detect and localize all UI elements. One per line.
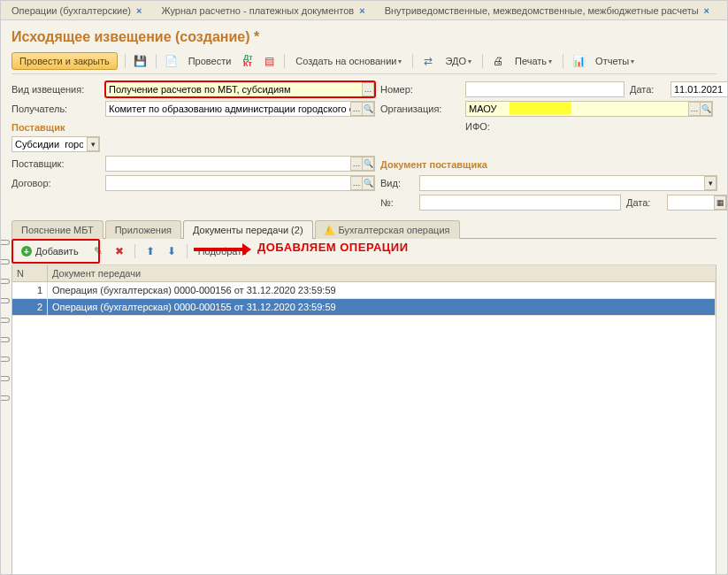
edo-icon[interactable]: ⇄ bbox=[420, 53, 436, 69]
subtab-label: Пояснение МБТ bbox=[21, 225, 94, 235]
ellipsis-icon[interactable]: … bbox=[362, 82, 374, 96]
create-based-button[interactable]: Создать на основании ▾ bbox=[292, 54, 405, 68]
subtab-attachments[interactable]: Приложения bbox=[105, 220, 181, 239]
tab-journal[interactable]: Журнал расчетно - платежных документов × bbox=[154, 4, 377, 18]
date-field[interactable]: ▦ bbox=[671, 81, 728, 97]
tab-operations[interactable]: Операции (бухгалтерские) × bbox=[4, 4, 154, 18]
org-label: Организация: bbox=[380, 104, 460, 114]
spiral-binding bbox=[1, 240, 10, 401]
subtab-accop[interactable]: Бухгалтерская операция bbox=[315, 220, 460, 239]
supplier-header: Поставщик bbox=[11, 122, 460, 133]
print-icon[interactable]: 🖨 bbox=[490, 53, 506, 69]
print-label: Печать bbox=[515, 56, 547, 66]
recipient-field[interactable]: …🔍 bbox=[105, 101, 375, 117]
supplier-input[interactable] bbox=[105, 156, 375, 172]
number-field[interactable] bbox=[465, 81, 625, 97]
number-label: Номер: bbox=[380, 84, 460, 95]
tab-label: Операции (бухгалтерские) bbox=[11, 5, 131, 16]
print-button[interactable]: Печать ▾ bbox=[511, 54, 556, 68]
annotation-caption: ДОБАВЛЯЕМ ОПЕРАЦИИ bbox=[257, 241, 408, 254]
num2-field[interactable] bbox=[419, 195, 621, 211]
reports-icon[interactable]: 📊 bbox=[571, 53, 586, 69]
date2-field[interactable]: ▦ bbox=[667, 195, 727, 211]
tab-label: Внутриведомственные, межведомственные, м… bbox=[385, 5, 699, 16]
table-body[interactable]: 1 Операция (бухгалтерская) 0000-000156 о… bbox=[12, 282, 716, 575]
move-up-icon[interactable]: ⬆ bbox=[142, 243, 158, 259]
subtab-docs[interactable]: Документы передачи (2) bbox=[183, 220, 313, 239]
subtab-label: Бухгалтерская операция bbox=[339, 225, 450, 235]
save-icon[interactable]: 💾 bbox=[133, 53, 149, 69]
dropdown-icon[interactable]: ▾ bbox=[87, 137, 99, 151]
vid-label: Вид: bbox=[380, 178, 414, 188]
separator bbox=[187, 244, 188, 258]
delete-icon[interactable]: ✖ bbox=[111, 243, 127, 259]
close-icon[interactable]: × bbox=[359, 5, 364, 16]
num2-input[interactable] bbox=[419, 195, 621, 211]
cell-doc: Операция (бухгалтерская) 0000-000156 от … bbox=[48, 282, 716, 298]
ellipsis-icon[interactable]: … bbox=[350, 176, 363, 190]
page-title: Исходящее извещение (создание) * bbox=[11, 29, 717, 45]
chevron-down-icon: ▾ bbox=[468, 58, 471, 65]
separator bbox=[284, 54, 285, 68]
separator bbox=[125, 54, 126, 68]
ellipsis-icon[interactable]: … bbox=[688, 102, 701, 116]
dropdown-icon[interactable]: ▾ bbox=[704, 176, 717, 190]
form-row-6: №: Дата: ▦ bbox=[11, 195, 717, 211]
list-icon[interactable]: 📄 bbox=[164, 53, 180, 69]
notice-type-input[interactable] bbox=[105, 81, 375, 97]
tab-label: Журнал расчетно - платежных документов bbox=[161, 5, 354, 16]
table-header: N Документ передачи bbox=[12, 265, 716, 282]
reports-button[interactable]: Отчеты ▾ bbox=[592, 54, 638, 68]
subtab-label: Документы передачи (2) bbox=[193, 225, 303, 235]
close-icon[interactable]: × bbox=[704, 5, 709, 16]
notice-type-label: Вид извещения: bbox=[11, 84, 100, 95]
move-down-icon[interactable]: ⬇ bbox=[164, 243, 180, 259]
post-and-close-button[interactable]: Провести и закрыть bbox=[11, 52, 118, 70]
separator bbox=[412, 54, 413, 68]
edo-button[interactable]: ЭДО ▾ bbox=[441, 54, 475, 68]
search-icon[interactable]: 🔍 bbox=[700, 102, 712, 116]
vid-input[interactable] bbox=[419, 175, 717, 191]
org-field[interactable]: …🔍 bbox=[465, 101, 713, 117]
search-icon[interactable]: 🔍 bbox=[362, 176, 374, 190]
col-doc: Документ передачи bbox=[48, 265, 716, 281]
org-input[interactable] bbox=[465, 101, 713, 117]
date2-label: Дата: bbox=[626, 197, 662, 208]
vid-field[interactable]: ▾ bbox=[419, 175, 717, 191]
edit-icon[interactable]: ✎ bbox=[90, 243, 106, 259]
calendar-icon[interactable]: ▦ bbox=[714, 196, 726, 210]
search-icon[interactable]: 🔍 bbox=[362, 102, 374, 116]
supplier-field[interactable]: …🔍 bbox=[105, 156, 375, 172]
date-input[interactable] bbox=[671, 81, 728, 97]
table-row[interactable]: 1 Операция (бухгалтерская) 0000-000156 о… bbox=[12, 282, 716, 299]
num2-label: №: bbox=[380, 197, 414, 208]
docs-table: N Документ передачи 1 Операция (бухгалте… bbox=[11, 265, 717, 575]
dt-kt-icon[interactable]: ДтКт bbox=[240, 53, 256, 69]
ifo-field[interactable]: ▾ bbox=[11, 136, 100, 152]
recipient-input[interactable] bbox=[105, 101, 375, 117]
supplier-doc-header: Документ поставщика bbox=[380, 159, 713, 170]
form-row-3: Поставщик ИФО: ▾ bbox=[11, 120, 717, 152]
search-icon[interactable]: 🔍 bbox=[362, 157, 374, 171]
table-row[interactable]: 2 Операция (бухгалтерская) 0000-000155 о… bbox=[12, 299, 716, 316]
tab-interdept[interactable]: Внутриведомственные, межведомственные, м… bbox=[378, 4, 722, 18]
registry-icon[interactable]: ▤ bbox=[261, 53, 277, 69]
close-icon[interactable]: × bbox=[136, 5, 142, 16]
contract-field[interactable]: …🔍 bbox=[105, 175, 375, 191]
cell-n: 1 bbox=[12, 282, 48, 298]
add-button[interactable]: + Добавить bbox=[15, 243, 85, 259]
separator bbox=[134, 244, 135, 258]
contract-input[interactable] bbox=[105, 175, 375, 191]
number-input[interactable] bbox=[465, 81, 625, 97]
subtab-explain[interactable]: Пояснение МБТ bbox=[11, 220, 103, 239]
ellipsis-icon[interactable]: … bbox=[350, 102, 363, 116]
post-button[interactable]: Провести bbox=[185, 54, 235, 68]
ellipsis-icon[interactable]: … bbox=[350, 157, 363, 171]
ifo-label: ИФО: bbox=[465, 121, 713, 132]
reports-label: Отчеты bbox=[595, 56, 629, 66]
contract-label: Договор: bbox=[11, 178, 100, 188]
main-toolbar: Провести и закрыть 💾 📄 Провести ДтКт ▤ С… bbox=[11, 52, 717, 74]
notice-type-field[interactable]: … bbox=[105, 81, 375, 97]
redaction-block bbox=[510, 102, 571, 114]
docs-toolbar: + Добавить ✎ ✖ ⬆ ⬇ Подобрать ДОБАВЛЯЕМ О… bbox=[11, 239, 717, 265]
